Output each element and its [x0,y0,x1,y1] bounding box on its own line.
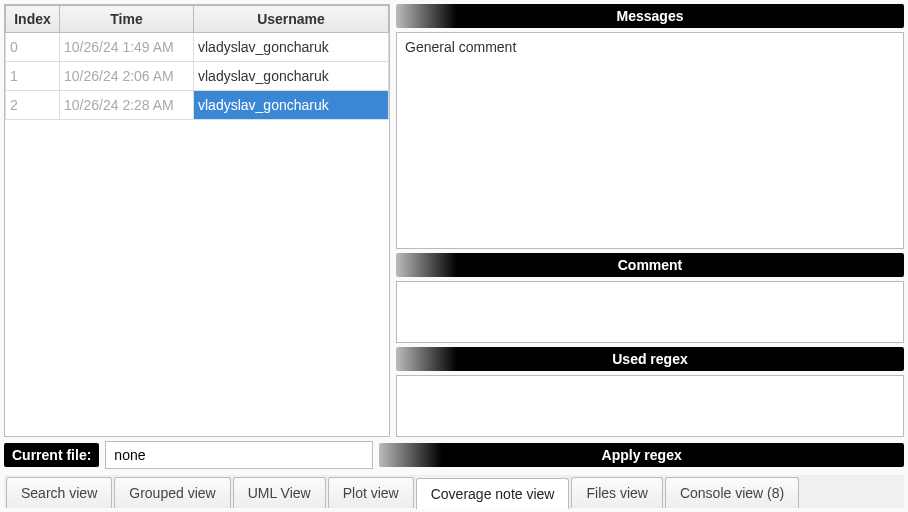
used-regex-box[interactable] [396,375,904,437]
used-regex-header: Used regex [396,347,904,371]
current-file-label: Current file: [4,443,99,467]
cell-username: vladyslav_goncharuk [194,91,389,120]
comment-header: Comment [396,253,904,277]
cell-index: 0 [6,33,60,62]
cell-index: 2 [6,91,60,120]
cell-time: 10/26/24 2:06 AM [60,62,194,91]
table-row[interactable]: 0 10/26/24 1:49 AM vladyslav_goncharuk [6,33,389,62]
tab-coverage-note-view[interactable]: Coverage note view [416,478,570,509]
notes-table-wrap[interactable]: Index Time Username 0 10/26/24 1:49 AM v… [4,4,390,437]
messages-header: Messages [396,4,904,28]
cell-username: vladyslav_goncharuk [194,33,389,62]
apply-regex-button[interactable]: Apply regex [379,443,904,467]
cell-time: 10/26/24 1:49 AM [60,33,194,62]
comment-box[interactable] [396,281,904,343]
col-time[interactable]: Time [60,6,194,33]
table-row[interactable]: 2 10/26/24 2:28 AM vladyslav_goncharuk [6,91,389,120]
tab-grouped-view[interactable]: Grouped view [114,477,230,508]
notes-table: Index Time Username 0 10/26/24 1:49 AM v… [5,5,389,120]
table-row[interactable]: 1 10/26/24 2:06 AM vladyslav_goncharuk [6,62,389,91]
bottom-tab-bar: Search view Grouped view UML View Plot v… [4,475,904,508]
table-header-row: Index Time Username [6,6,389,33]
current-file-input[interactable] [105,441,373,469]
col-index[interactable]: Index [6,6,60,33]
messages-box[interactable]: General comment [396,32,904,249]
cell-time: 10/26/24 2:28 AM [60,91,194,120]
tab-files-view[interactable]: Files view [571,477,662,508]
app-root: Index Time Username 0 10/26/24 1:49 AM v… [0,0,908,512]
col-username[interactable]: Username [194,6,389,33]
tab-search-view[interactable]: Search view [6,477,112,508]
tab-console-view[interactable]: Console view (8) [665,477,799,508]
cell-username: vladyslav_goncharuk [194,62,389,91]
footer-row: Current file: Apply regex [4,441,904,469]
main-area: Index Time Username 0 10/26/24 1:49 AM v… [4,4,904,437]
left-pane: Index Time Username 0 10/26/24 1:49 AM v… [4,4,390,437]
tab-uml-view[interactable]: UML View [233,477,326,508]
tab-plot-view[interactable]: Plot view [328,477,414,508]
cell-index: 1 [6,62,60,91]
right-pane: Messages General comment Comment Used re… [396,4,904,437]
